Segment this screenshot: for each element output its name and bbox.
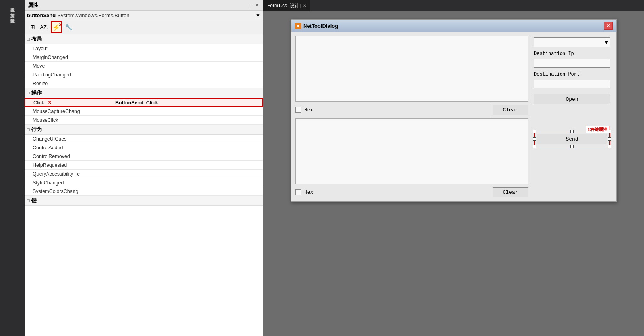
- bottom-textarea[interactable]: [295, 118, 528, 184]
- send-button[interactable]: Send: [537, 134, 607, 144]
- prop-name-stylechanged: StyleChanged: [25, 179, 112, 186]
- destination-port-label: Destination Port: [534, 72, 610, 77]
- sidebar-item-resources[interactable]: 资源视图: [9, 2, 16, 6]
- section-actions-label: 操作: [31, 89, 42, 96]
- dialog-title: NetToolDialog: [303, 23, 601, 29]
- properties-panel: 属性 ⊢ ✕ buttonSend System.Windows.Forms.B…: [25, 0, 263, 336]
- prop-name-resize: Resize: [25, 80, 112, 87]
- prop-name-mouseclick: MouseClick: [25, 117, 112, 124]
- pin-icon[interactable]: ⊢: [247, 2, 252, 9]
- section-layout: □ 布局: [25, 34, 263, 44]
- prop-value-click: ButtonSend_Click: [113, 99, 262, 106]
- tab-form1-design[interactable]: Form1.cs [设计] ✕: [263, 0, 310, 11]
- tab-close-icon[interactable]: ✕: [303, 4, 306, 8]
- prop-name-layout: Layout: [25, 45, 112, 52]
- prop-value-changeuicues: [112, 138, 263, 140]
- prop-row-changeuicues: ChangeUICues: [25, 135, 263, 143]
- panel-header: 属性 ⊢ ✕: [25, 0, 263, 11]
- prop-row-layout: Layout: [25, 44, 263, 53]
- destination-ip-input[interactable]: [534, 59, 610, 68]
- handle-mr: [608, 137, 611, 141]
- component-selector[interactable]: buttonSend System.Windows.Forms.Button ▼: [25, 11, 263, 20]
- prop-name-controlremoved: ControlRemoved: [25, 153, 112, 160]
- prop-row-controlremoved: ControlRemoved: [25, 152, 263, 161]
- dialog-close-btn[interactable]: ✕: [604, 22, 613, 30]
- prop-row-mouseclick: MouseClick: [25, 116, 263, 125]
- section-actions: □ 操作: [25, 88, 263, 98]
- prop-row-mousecapturechange: MouseCaptureChang: [25, 107, 263, 116]
- winform-titlebar: ■ NetToolDialog ✕: [291, 20, 616, 32]
- prop-value-resize: [112, 83, 263, 84]
- prop-name-changeuicues: ChangeUICues: [25, 135, 112, 143]
- close-panel-icon[interactable]: ✕: [254, 2, 260, 9]
- handle-ml: [533, 137, 536, 141]
- handle-br: [608, 145, 611, 148]
- sidebar-item-solution[interactable]: 解决方案: [9, 7, 16, 12]
- prop-row-move: Move: [25, 62, 263, 70]
- toolbar-properties-btn[interactable]: 🔧: [63, 21, 74, 33]
- right-dropdown[interactable]: ▼: [534, 37, 610, 47]
- main-area: Form1.cs [设计] ✕ ■ NetToolDialog ✕: [263, 0, 644, 336]
- dialog-icon: ■: [295, 23, 301, 29]
- categorize-icon: ⊞: [30, 24, 35, 30]
- prop-value-paddingchanged: [112, 74, 263, 76]
- dialog-body: Hex Clear Hex Clear: [291, 32, 616, 201]
- prop-name-mousecapturechange: MouseCaptureChang: [25, 108, 112, 115]
- sidebar-item-team[interactable]: 团队资源管理器: [9, 13, 16, 18]
- prop-row-queryaccessibility: QueryAccessibilityHe: [25, 170, 263, 178]
- prop-value-queryaccessibility: [112, 173, 263, 175]
- toolbar-categorize-btn[interactable]: ⊞: [27, 21, 38, 33]
- prop-name-controladded: ControlAdded: [25, 144, 112, 151]
- top-textarea[interactable]: [295, 36, 528, 102]
- prop-value-mouseclick: [112, 119, 263, 121]
- component-type: System.Windows.Forms.Button: [57, 12, 129, 18]
- handle-tl: [533, 130, 536, 133]
- section-keys: □ 键: [25, 196, 263, 206]
- badge-3: 3: [47, 100, 53, 105]
- left-sidebar: 资源视图 解决方案 团队资源管理器: [0, 0, 25, 336]
- open-button[interactable]: Open: [534, 94, 610, 104]
- prop-value-controlremoved: [112, 156, 263, 157]
- component-dropdown-arrow[interactable]: ▼: [256, 13, 260, 18]
- annotation-1-label: 1右键属性: [586, 126, 609, 133]
- prop-value-systemcolors: [112, 191, 263, 192]
- prop-value-controladded: [112, 147, 263, 148]
- prop-name-queryaccessibility: QueryAccessibilityHe: [25, 170, 112, 178]
- bottom-hex-label: Hex: [304, 189, 313, 195]
- top-clear-button[interactable]: Clear: [493, 105, 528, 115]
- prop-name-click: Click 3: [25, 99, 113, 106]
- prop-row-controladded: ControlAdded: [25, 143, 263, 152]
- dialog-right-panel: ▼ Destination Ip Destination Port Open: [532, 36, 612, 197]
- section-keys-label: 键: [31, 197, 37, 204]
- prop-name-paddingchanged: PaddingChanged: [25, 71, 112, 78]
- toolbar-sort-btn[interactable]: AZ↓: [39, 21, 50, 33]
- top-hex-checkbox[interactable]: [295, 107, 301, 113]
- bottom-controls-row: Hex Clear: [295, 187, 528, 197]
- prop-value-mousecapturechange: [112, 111, 263, 112]
- prop-row-click[interactable]: Click 3 ButtonSend_Click: [25, 98, 263, 107]
- destination-port-input[interactable]: [534, 80, 610, 88]
- toolbar-events-btn[interactable]: ⚡ 2: [51, 21, 62, 33]
- panel-header-icons: ⊢ ✕: [247, 2, 260, 9]
- prop-name-systemcolors: SystemColorsChang: [25, 188, 112, 195]
- section-behavior: □ 行为: [25, 125, 263, 135]
- prop-row-marginchanged: MarginChanged: [25, 53, 263, 62]
- send-button-container: 1右键属性 Send: [534, 131, 610, 147]
- properties-list: □ 布局 Layout MarginChanged Move PaddingCh…: [25, 34, 263, 336]
- bottom-clear-button[interactable]: Clear: [493, 187, 528, 197]
- wrench-icon: 🔧: [65, 24, 72, 30]
- design-canvas: ■ NetToolDialog ✕ Hex Clear: [263, 11, 644, 336]
- section-behavior-label: 行为: [31, 126, 42, 133]
- prop-value-stylechanged: [112, 182, 263, 184]
- sort-icon: AZ↓: [40, 24, 49, 30]
- dropdown-arrow-icon: ▼: [604, 39, 609, 45]
- badge-2: 2: [57, 21, 64, 27]
- handle-bl: [533, 145, 536, 148]
- bottom-hex-checkbox[interactable]: [295, 189, 301, 195]
- destination-ip-label: Destination Ip: [534, 51, 610, 57]
- tab-form1-label: Form1.cs [设计]: [267, 2, 301, 9]
- properties-toolbar: ⊞ AZ↓ ⚡ 2 🔧: [25, 20, 263, 34]
- prop-row-paddingchanged: PaddingChanged: [25, 70, 263, 79]
- prop-value-layout: [112, 48, 263, 49]
- prop-value-move: [112, 65, 263, 67]
